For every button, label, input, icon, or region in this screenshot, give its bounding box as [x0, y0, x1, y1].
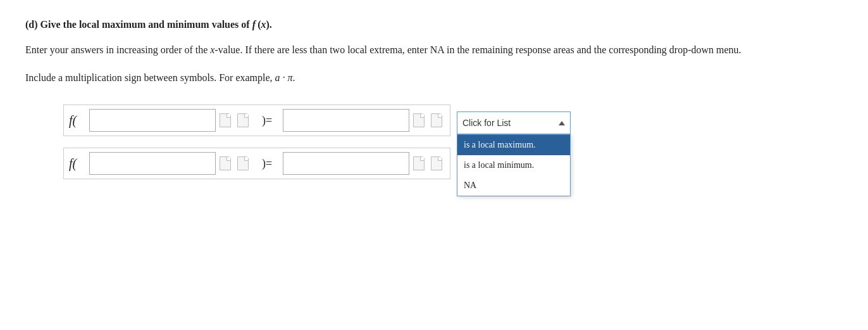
row1-icon1a[interactable] [217, 112, 233, 129]
row1-input2[interactable] [283, 109, 409, 132]
dropdown-option-3[interactable]: NA [457, 175, 570, 196]
instruction-text-2: Include a multiplication sign between sy… [25, 70, 843, 86]
doc-icon-2b [431, 113, 442, 127]
doc-icon-1a [220, 113, 231, 127]
arrow-up-icon [559, 121, 565, 125]
question-part-label: (d) Give the local maximum and minimum v… [25, 19, 843, 30]
row1-input1[interactable] [89, 109, 216, 132]
dropdown-row1: Click for List is a local maximum. is a … [457, 111, 571, 134]
row2-icon1a[interactable] [217, 155, 233, 172]
dropdown-menu: is a local maximum. is a local minimum. … [457, 134, 571, 196]
dropdown-option-1[interactable]: is a local maximum. [457, 135, 570, 155]
row2-icon2b[interactable] [428, 155, 445, 172]
row2-equals: )= [257, 157, 276, 170]
doc-icon-4a [413, 156, 425, 170]
dropdown-button-label: Click for List [462, 118, 511, 128]
input-row-1: f( )= Click for List is a local maximum.… [63, 105, 843, 141]
doc-icon-1b [237, 113, 249, 127]
row2-input2[interactable] [283, 152, 409, 175]
row1-icon2a[interactable] [411, 112, 427, 129]
doc-icon-4b [431, 156, 442, 170]
input-area: f( )= Click for List is a local maximum.… [63, 105, 843, 184]
dropdown-option-2[interactable]: is a local minimum. [457, 155, 570, 175]
row2-icon1b[interactable] [235, 155, 251, 172]
input-row-2: f( )= [63, 148, 843, 184]
row1-icon2b[interactable] [428, 112, 445, 129]
row1-f-label: f( [69, 113, 87, 128]
row2-wrapper: f( )= [63, 148, 450, 179]
doc-icon-2a [413, 113, 425, 127]
doc-icon-3b [237, 156, 249, 170]
doc-icon-3a [220, 156, 231, 170]
row2-input1[interactable] [89, 152, 216, 175]
row2-icon2a[interactable] [411, 155, 427, 172]
instruction-text-1: Enter your answers in increasing order o… [25, 42, 843, 58]
row1-icon1b[interactable] [235, 112, 251, 129]
dropdown-button[interactable]: Click for List [457, 111, 571, 134]
row1-equals: )= [257, 114, 276, 127]
row2-f-label: f( [69, 156, 87, 171]
row1-wrapper: f( )= [63, 105, 450, 136]
